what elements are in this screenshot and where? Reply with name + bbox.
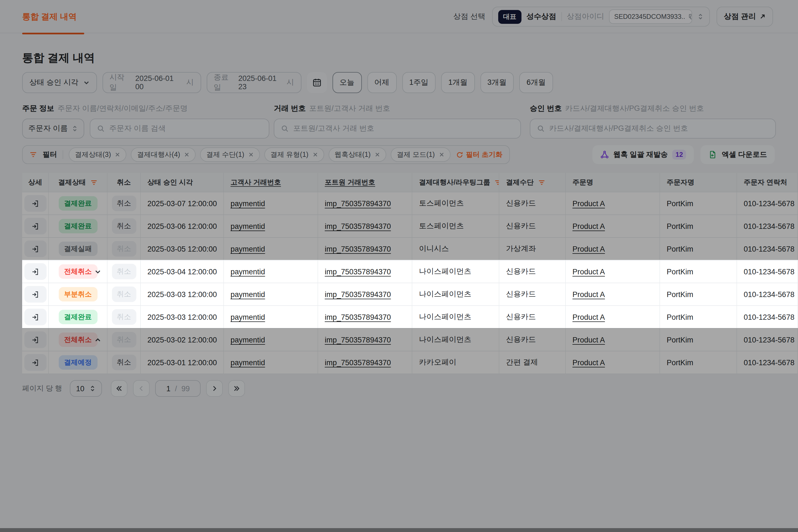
filter-chip[interactable]: 웹훅상태(1)	[328, 147, 386, 162]
store-id-value-box[interactable]: SED02345DCOM3933..	[609, 10, 692, 24]
filter-chip[interactable]: 결제 수단(1)	[200, 147, 260, 162]
time-type-select[interactable]: 상태 승인 시각	[22, 72, 97, 93]
excel-file-icon	[708, 150, 717, 159]
customer-phone: 010-1234-5678	[744, 358, 794, 366]
quick-range-6months[interactable]: 6개월	[519, 72, 553, 93]
prev-page-button[interactable]	[133, 380, 150, 397]
order-name-link[interactable]: Product A	[572, 313, 605, 321]
filter-lines-icon[interactable]	[538, 179, 545, 186]
col-pg-provider[interactable]: 결제대행사/라우팅그룹	[412, 173, 499, 192]
order-search-input[interactable]: 주문자 이름 검색	[90, 119, 269, 138]
next-page-button[interactable]	[206, 380, 223, 397]
portone-txn-link[interactable]: imp_750357894370	[325, 245, 391, 253]
merchant-txn-link[interactable]: paymentid	[230, 290, 265, 299]
start-date-input[interactable]: 시작일 2025-06-01 00 시	[102, 72, 201, 93]
merchant-txn-link[interactable]: paymentid	[230, 199, 265, 208]
tab-integrated-payments[interactable]: 통합 결제 내역	[22, 0, 77, 33]
approval-search-input[interactable]: 카드사/결제대행사/PG결제취소 승인 번호	[530, 119, 776, 138]
detail-button[interactable]	[24, 241, 46, 257]
col-merchant-txn[interactable]: 고객사 거래번호	[224, 173, 318, 192]
quick-range-yesterday[interactable]: 어제	[367, 72, 397, 93]
col-portone-txn[interactable]: 포트원 거래번호	[318, 173, 412, 192]
detail-enter-icon	[31, 313, 39, 321]
cancel-button[interactable]: 취소	[112, 196, 136, 211]
portone-txn-link[interactable]: imp_750357894370	[325, 267, 391, 276]
close-icon[interactable]	[184, 152, 190, 157]
txn-search-input[interactable]: 포트원/고객사 거래 번호	[274, 119, 521, 138]
webhook-resend-button[interactable]: 웹훅 일괄 재발송 12	[592, 145, 694, 164]
calendar-button[interactable]	[307, 72, 327, 93]
col-status[interactable]: 결제상태	[49, 173, 108, 192]
filter-chip-label: 결제 유형(1)	[270, 150, 309, 159]
order-name-link[interactable]: Product A	[572, 199, 605, 208]
customer-phone: 010-1234-5678	[744, 336, 794, 344]
detail-button[interactable]	[24, 331, 46, 348]
order-name-link[interactable]: Product A	[572, 267, 605, 276]
filter-reset-button[interactable]: 필터 초기화	[456, 150, 502, 159]
detail-button[interactable]	[24, 195, 46, 212]
merchant-txn-link[interactable]: paymentid	[230, 358, 265, 366]
manage-store-button[interactable]: 상점 관리	[717, 7, 773, 26]
quick-range-today[interactable]: 오늘	[332, 72, 362, 93]
filter-lines-icon[interactable]	[495, 179, 499, 186]
quick-range-1month[interactable]: 1개월	[441, 72, 475, 93]
close-icon[interactable]	[439, 152, 444, 157]
detail-button[interactable]	[24, 309, 46, 325]
total-pages: 99	[182, 384, 190, 393]
last-page-button[interactable]	[228, 380, 245, 397]
order-search-type-select[interactable]: 주문자 이름	[22, 119, 84, 138]
table-row: 결제예정 취소 2025-03-01 12:00:00 paymentid im…	[22, 351, 798, 374]
col-customer-name: 주문자명	[660, 173, 737, 192]
first-page-button[interactable]	[111, 380, 128, 397]
page-size-select[interactable]: 10	[70, 380, 102, 397]
cancel-button[interactable]: 취소	[112, 218, 136, 234]
order-name-link[interactable]: Product A	[572, 336, 605, 344]
merchant-txn-link[interactable]: paymentid	[230, 267, 265, 276]
cancel-button[interactable]: 취소	[112, 355, 136, 370]
portone-txn-link[interactable]: imp_750357894370	[325, 313, 391, 321]
merchant-txn-link[interactable]: paymentid	[230, 313, 265, 321]
detail-button[interactable]	[24, 354, 46, 371]
filter-chip[interactable]: 결제 모드(1)	[391, 147, 451, 162]
quick-range-3months[interactable]: 3개월	[480, 72, 514, 93]
end-date-input[interactable]: 종료일 2025-06-01 23 시	[206, 72, 301, 93]
filter-lines-icon[interactable]	[90, 179, 97, 186]
chevron-down-icon[interactable]	[94, 268, 101, 275]
chevron-up-icon[interactable]	[94, 336, 101, 343]
pay-method: 신용카드	[506, 335, 536, 345]
portone-txn-link[interactable]: imp_750357894370	[325, 199, 391, 208]
col-pay-method[interactable]: 결제수단	[499, 173, 566, 192]
portone-txn-link[interactable]: imp_750357894370	[325, 358, 391, 366]
current-page: 1	[166, 384, 170, 393]
excel-download-button[interactable]: 엑셀 다운로드	[701, 145, 775, 164]
order-search-placeholder: 주문자 이름 검색	[109, 124, 166, 134]
merchant-txn-link[interactable]: paymentid	[230, 245, 265, 253]
copy-icon[interactable]	[688, 13, 692, 20]
filter-chip[interactable]: 결제대행사(4)	[131, 147, 196, 162]
pg-provider: 나이스페이먼츠	[419, 312, 471, 322]
store-select-dropdown[interactable]: 대표 성수상점 상점아이디 SED02345DCOM3933..	[492, 7, 710, 26]
portone-txn-link[interactable]: imp_750357894370	[325, 336, 391, 344]
page-number-input[interactable]: 1 / 99	[155, 380, 201, 397]
close-icon[interactable]	[115, 152, 120, 157]
filter-chip[interactable]: 결제상태(3)	[69, 147, 127, 162]
order-name-link[interactable]: Product A	[572, 358, 605, 366]
detail-button[interactable]	[24, 263, 46, 280]
detail-button[interactable]	[24, 218, 46, 234]
portone-txn-link[interactable]: imp_750357894370	[325, 290, 391, 299]
close-icon[interactable]	[375, 152, 380, 157]
close-icon[interactable]	[248, 152, 254, 157]
detail-button[interactable]	[24, 286, 46, 303]
order-name-link[interactable]: Product A	[572, 245, 605, 253]
order-name-link[interactable]: Product A	[572, 290, 605, 299]
chevron-right-icon	[211, 385, 218, 392]
customer-phone: 010-1234-5678	[744, 290, 794, 299]
quick-range-1week[interactable]: 1주일	[402, 72, 436, 93]
close-icon[interactable]	[312, 152, 318, 157]
portone-txn-link[interactable]: imp_750357894370	[325, 222, 391, 230]
merchant-txn-link[interactable]: paymentid	[230, 222, 265, 230]
status-badge: 전체취소	[58, 264, 97, 279]
filter-chip[interactable]: 결제 유형(1)	[264, 147, 324, 162]
order-name-link[interactable]: Product A	[572, 222, 605, 230]
merchant-txn-link[interactable]: paymentid	[230, 336, 265, 344]
